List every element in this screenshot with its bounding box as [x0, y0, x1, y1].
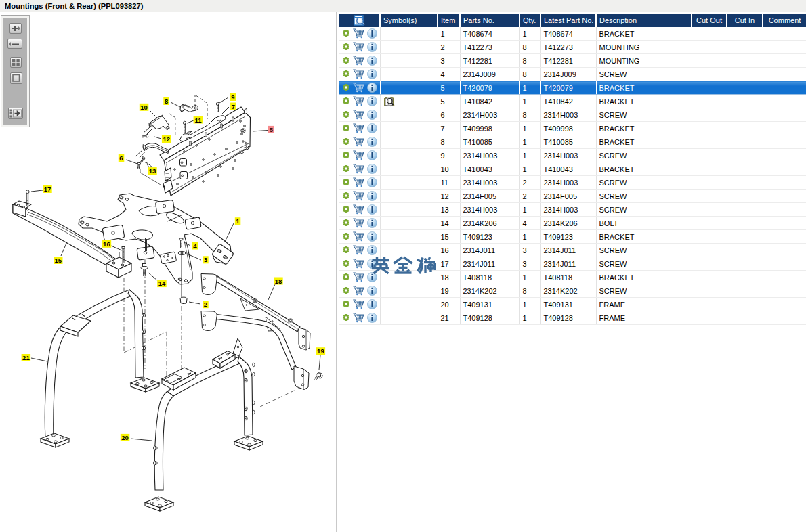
svg-text:5: 5 [270, 126, 274, 133]
svg-text:15: 15 [54, 257, 62, 264]
svg-text:6: 6 [119, 154, 123, 162]
svg-text:8: 8 [165, 97, 168, 105]
svg-text:4: 4 [193, 242, 197, 250]
svg-text:14: 14 [158, 280, 166, 287]
svg-text:12: 12 [163, 135, 170, 143]
svg-text:19: 19 [317, 347, 324, 355]
svg-text:9: 9 [231, 93, 234, 101]
svg-text:7: 7 [232, 103, 235, 110]
svg-text:16: 16 [103, 240, 110, 248]
svg-text:2: 2 [204, 301, 207, 308]
svg-text:3: 3 [204, 256, 207, 263]
svg-text:1: 1 [236, 217, 240, 225]
svg-text:21: 21 [22, 354, 30, 361]
svg-text:18: 18 [275, 278, 282, 285]
svg-text:11: 11 [194, 116, 202, 124]
svg-text:20: 20 [121, 434, 129, 441]
svg-text:10: 10 [140, 104, 148, 111]
svg-text:17: 17 [44, 185, 51, 193]
svg-text:13: 13 [149, 167, 156, 175]
